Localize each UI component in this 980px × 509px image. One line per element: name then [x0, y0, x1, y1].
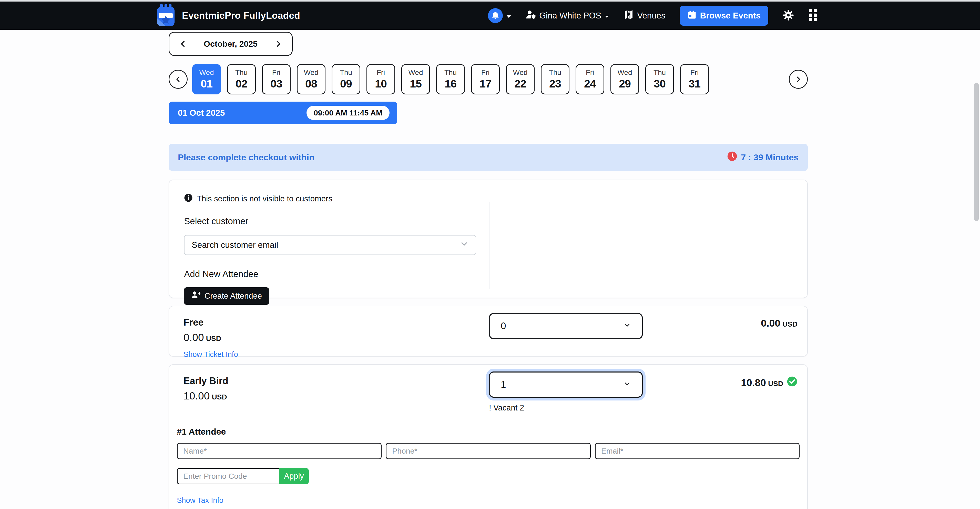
chevron-right-icon	[274, 40, 283, 48]
browse-events-button[interactable]: Browse Events	[679, 6, 768, 26]
date-card[interactable]: Wed 01	[192, 64, 221, 94]
info-links: Show Tax Info Show Ticket Info	[177, 496, 800, 509]
subtotal-value: 10.80	[741, 377, 766, 388]
venues-label: Venues	[637, 11, 665, 21]
session-pill[interactable]: 01 Oct 2025 09:00 AM 11:45 AM	[169, 102, 397, 124]
date-card[interactable]: Fri 17	[471, 64, 500, 94]
ticket-name: Free	[183, 317, 793, 328]
user-icon	[526, 10, 536, 22]
venues-link[interactable]: Venues	[624, 10, 665, 22]
carousel-next-button[interactable]	[789, 70, 808, 89]
day-number-label: 22	[514, 78, 526, 90]
next-month-button[interactable]	[274, 40, 283, 48]
date-card[interactable]: Thu 23	[541, 64, 570, 94]
notifications-menu[interactable]	[488, 8, 511, 23]
ticket-subtotal: 10.80USD	[741, 376, 797, 389]
section-divider	[489, 202, 490, 289]
ticket-card-free: Free 0.00USD Show Ticket Info 0 0.00USD	[169, 306, 808, 357]
date-card[interactable]: Fri 24	[576, 64, 604, 94]
day-number-label: 31	[689, 78, 700, 90]
session-time-badge: 09:00 AM 11:45 AM	[307, 106, 390, 120]
create-attendee-button[interactable]: Create Attendee	[184, 287, 269, 305]
day-number-label: 23	[549, 78, 561, 90]
price-currency: USD	[212, 393, 227, 401]
subtotal-value: 0.00	[761, 318, 780, 329]
ticket-subtotal: 0.00USD	[761, 318, 797, 329]
chevron-left-icon	[174, 75, 182, 83]
add-new-attendee-label: Add New Attendee	[184, 269, 792, 279]
subtotal-currency: USD	[768, 380, 783, 388]
notice-text: This section is not visible to customers	[197, 194, 332, 203]
date-card[interactable]: Fri 31	[680, 64, 709, 94]
user-name: Gina White POS	[539, 11, 601, 21]
date-card[interactable]: Wed 22	[506, 64, 535, 94]
brand[interactable]: EventmiePro FullyLoaded	[155, 3, 300, 28]
clock-icon	[727, 151, 737, 163]
prev-month-button[interactable]	[179, 40, 187, 48]
date-card[interactable]: Fri 03	[262, 64, 291, 94]
promo-code-input[interactable]	[177, 468, 280, 484]
create-attendee-label: Create Attendee	[205, 292, 262, 301]
date-card[interactable]: Thu 30	[645, 64, 674, 94]
date-card[interactable]: Wed 15	[401, 64, 430, 94]
apply-promo-button[interactable]: Apply	[279, 468, 309, 484]
ticket-price: 10.00USD	[183, 390, 793, 402]
grid-icon[interactable]	[808, 9, 818, 22]
day-of-week-label: Fri	[586, 69, 594, 77]
scrollbar-thumb[interactable]	[974, 83, 979, 221]
app-logo-icon	[155, 3, 176, 28]
attendee-name-input[interactable]	[177, 443, 382, 459]
date-card[interactable]: Thu 09	[332, 64, 360, 94]
day-number-label: 24	[584, 78, 596, 90]
attendee-email-input[interactable]	[595, 443, 800, 459]
app-title: EventmiePro FullyLoaded	[182, 10, 300, 21]
user-menu[interactable]: Gina White POS	[526, 10, 609, 22]
day-number-label: 16	[445, 78, 457, 90]
date-card[interactable]: Fri 10	[366, 64, 395, 94]
navbar-right: Gina White POS Venues	[488, 6, 818, 26]
show-ticket-info-link[interactable]: Show Ticket Info	[183, 350, 238, 359]
person-plus-icon	[191, 290, 200, 302]
day-of-week-label: Thu	[654, 69, 666, 77]
chevron-left-icon	[179, 40, 187, 48]
day-of-week-label: Fri	[481, 69, 490, 77]
checkout-countdown-banner: Please complete checkout within 7 : 39 M…	[169, 144, 808, 171]
quantity-select-free[interactable]: 0	[489, 313, 643, 339]
caret-down-icon	[506, 11, 511, 21]
staff-only-notice: This section is not visible to customers	[184, 193, 792, 204]
quantity-select-early-bird[interactable]: 1	[489, 372, 643, 398]
day-number-label: 01	[200, 78, 212, 90]
day-number-label: 15	[410, 78, 422, 90]
date-card[interactable]: Thu 02	[227, 64, 256, 94]
day-number-label: 02	[235, 78, 247, 90]
quantity-value: 0	[501, 321, 506, 332]
month-label: October, 2025	[204, 39, 258, 49]
day-number-label: 10	[375, 78, 387, 90]
session-date: 01 Oct 2025	[178, 108, 225, 118]
browse-events-label: Browse Events	[700, 11, 760, 21]
select-customer-label: Select customer	[184, 216, 792, 226]
bell-icon	[488, 8, 503, 23]
day-number-label: 17	[479, 78, 491, 90]
customer-select[interactable]: Search customer email	[184, 235, 476, 255]
carousel-prev-button[interactable]	[169, 70, 188, 89]
show-tax-info-link[interactable]: Show Tax Info	[177, 496, 800, 505]
day-of-week-label: Wed	[408, 69, 423, 77]
day-of-week-label: Fri	[690, 69, 699, 77]
main-content: October, 2025 Wed 01 Thu 02 Fri 03 Wed 0…	[169, 30, 808, 509]
day-number-label: 29	[619, 78, 631, 90]
navbar: EventmiePro FullyLoaded Gina Wh	[0, 2, 980, 30]
customer-select-value: Search customer email	[192, 240, 278, 250]
date-card[interactable]: Wed 08	[297, 64, 326, 94]
price-value: 0.00	[183, 332, 204, 343]
date-card[interactable]: Thu 16	[436, 64, 465, 94]
attendee-phone-input[interactable]	[386, 443, 590, 459]
month-selector: October, 2025	[169, 32, 293, 56]
day-of-week-label: Wed	[304, 69, 318, 77]
chevron-down-icon	[623, 379, 631, 390]
gear-icon[interactable]	[783, 10, 794, 22]
promo-code-row: Apply	[177, 468, 800, 484]
date-card[interactable]: Wed 29	[611, 64, 639, 94]
day-number-label: 09	[340, 78, 352, 90]
calendar-icon	[687, 10, 696, 21]
